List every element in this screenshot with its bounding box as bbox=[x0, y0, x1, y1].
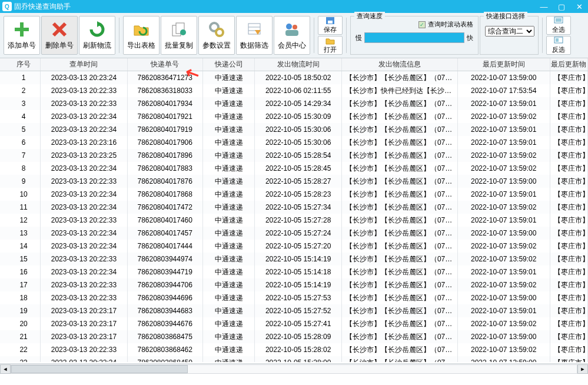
cell-seq: 9 bbox=[7, 175, 41, 188]
cell-seq: 5 bbox=[7, 123, 41, 136]
table-row[interactable]: 92023-03-13 20:22:3378620804017876中通速递20… bbox=[0, 175, 588, 188]
table-row[interactable]: 152023-03-13 20:22:3378620803944974中通速递2… bbox=[0, 253, 588, 265]
cell-last: 【枣庄市】忄 bbox=[550, 175, 588, 188]
col-header[interactable]: 发出物流时间 bbox=[255, 58, 342, 71]
scroll-left-button[interactable]: ◄ bbox=[0, 364, 11, 374]
cell-query-time: 2023-03-13 20:22:33 bbox=[41, 278, 128, 291]
titlebar: Q 固乔快递查询助手 — ▢ ✕ bbox=[0, 0, 588, 13]
close-button[interactable]: ✕ bbox=[570, 0, 588, 13]
invert-selection-button[interactable]: 反选 bbox=[546, 36, 571, 55]
table-row[interactable]: 172023-03-13 20:22:3378620803944706中通速递2… bbox=[0, 278, 588, 291]
cell-seq: 1 bbox=[7, 71, 41, 84]
col-header[interactable]: 快递公司 bbox=[203, 58, 255, 71]
cell-update-time: 2022-10-07 13:59:01 bbox=[458, 265, 550, 278]
cell-ship-info: 【长沙市】【长沙岳麓区】（07… bbox=[342, 278, 458, 291]
minimize-button[interactable]: — bbox=[535, 0, 553, 13]
cell-query-time: 2023-03-13 20:22:33 bbox=[41, 343, 128, 356]
delete-button[interactable]: 删除单号 bbox=[41, 16, 78, 55]
table-row[interactable]: 52023-03-13 20:22:3478620804017919中通速递20… bbox=[0, 123, 588, 136]
col-header[interactable]: 发出物流信息 bbox=[342, 58, 458, 71]
select-all-button[interactable]: 全选 bbox=[546, 16, 571, 35]
table-row[interactable]: 232023-03-13 20:22:3478620803868450中通速递2… bbox=[0, 356, 588, 362]
scroll-track[interactable] bbox=[11, 364, 577, 374]
select-all-icon bbox=[554, 16, 563, 25]
cell-ship-info: 【长沙市】【长沙岳麓区】（07… bbox=[342, 149, 458, 162]
member-button[interactable]: 会员中心 bbox=[274, 16, 310, 55]
open-button[interactable]: 打开 bbox=[318, 36, 343, 55]
copy-button[interactable]: 批量复制 bbox=[161, 16, 197, 55]
table-row[interactable]: 182023-03-13 20:22:3378620803944696中通速递2… bbox=[0, 291, 588, 304]
svg-rect-18 bbox=[328, 21, 333, 24]
gear-icon bbox=[208, 21, 225, 38]
scroll-thumb[interactable] bbox=[11, 365, 188, 373]
cell-query-time: 2023-03-13 20:22:34 bbox=[41, 123, 128, 136]
table-row[interactable]: 82023-03-13 20:22:3478620804017883中通速递20… bbox=[0, 162, 588, 175]
cell-query-time: 2023-03-13 20:23:17 bbox=[41, 330, 128, 343]
x-icon bbox=[51, 21, 68, 38]
col-header[interactable]: 序号 bbox=[7, 58, 41, 71]
table-row[interactable]: 142023-03-13 20:22:3478620804017444中通速递2… bbox=[0, 240, 588, 253]
table-row[interactable]: 22023-03-13 20:22:3378620836318033中通速递20… bbox=[0, 84, 588, 97]
table-row[interactable]: 62023-03-13 20:23:1678620804017906中通速递20… bbox=[0, 136, 588, 149]
cell-ship-info: 【长沙市】【长沙岳麓区】（07… bbox=[342, 304, 458, 317]
speed-slider[interactable] bbox=[364, 32, 464, 43]
scroll-checkbox[interactable]: ✓ bbox=[418, 21, 426, 28]
copy-icon bbox=[170, 21, 188, 38]
cell-company: 中通速递 bbox=[203, 240, 255, 253]
cell-tracking-no: 78620803944696 bbox=[128, 291, 203, 304]
interface-select[interactable]: 综合查询二 bbox=[485, 26, 534, 36]
cell-ship-time: 2022-10-05 15:30:09 bbox=[255, 110, 342, 123]
table-row[interactable]: 42023-03-13 20:22:3478620804017921中通速递20… bbox=[0, 110, 588, 123]
save-button[interactable]: 保存 bbox=[318, 16, 343, 35]
export-button[interactable]: 导出表格 bbox=[123, 16, 160, 55]
cell-last: 【枣庄市】忄 bbox=[550, 97, 588, 110]
interface-group: 快递接口选择 综合查询二 bbox=[480, 16, 539, 55]
maximize-button[interactable]: ▢ bbox=[553, 0, 570, 13]
cell-company: 中通速递 bbox=[203, 175, 255, 188]
cell-ship-time: 2022-10-05 15:14:18 bbox=[255, 265, 342, 278]
table-row[interactable]: 72023-03-13 20:23:2578620804017896中通速递20… bbox=[0, 149, 588, 162]
refresh-button[interactable]: 刷新物流 bbox=[79, 16, 115, 55]
table-row[interactable]: 112023-03-13 20:22:3478620804017472中通速递2… bbox=[0, 201, 588, 214]
cell-ship-time: 2022-10-05 15:30:06 bbox=[255, 123, 342, 136]
col-header[interactable]: 最后更新时间 bbox=[458, 58, 550, 71]
table-row[interactable]: 222023-03-13 20:22:3378620803868462中通速递2… bbox=[0, 343, 588, 356]
cell-ship-time: 2022-10-05 15:27:24 bbox=[255, 227, 342, 240]
horizontal-scrollbar[interactable]: ◄ ► bbox=[0, 363, 588, 374]
cell-tracking-no: 78620836471273 bbox=[128, 71, 203, 84]
cell-last: 【枣庄市】忄 bbox=[550, 214, 588, 227]
table-row[interactable]: 12023-03-13 20:23:2478620836471273中通速递20… bbox=[0, 71, 588, 84]
table-row[interactable]: 192023-03-13 20:23:1778620803944683中通速递2… bbox=[0, 304, 588, 317]
svg-point-14 bbox=[286, 24, 292, 29]
table-row[interactable]: 132023-03-13 20:22:3478620804017457中通速递2… bbox=[0, 227, 588, 240]
cell-ship-info: 【长沙市】快件已经到达【长沙… bbox=[342, 84, 458, 97]
table-row[interactable]: 122023-03-13 20:22:3378620804017460中通速递2… bbox=[0, 214, 588, 227]
col-header[interactable]: 最后更新物 bbox=[550, 58, 588, 71]
cell-ship-info: 【长沙市】【长沙岳麓区】（07… bbox=[342, 343, 458, 356]
cell-query-time: 2023-03-13 20:22:34 bbox=[41, 356, 128, 362]
table-row[interactable]: 32023-03-13 20:22:3378620804017934中通速递20… bbox=[0, 97, 588, 110]
table-row[interactable]: 212023-03-13 20:23:1778620803868475中通速递2… bbox=[0, 330, 588, 343]
scroll-right-button[interactable]: ► bbox=[577, 364, 588, 374]
cell-tracking-no: 78620803944706 bbox=[128, 278, 203, 291]
add-button[interactable]: 添加单号 bbox=[4, 16, 40, 55]
cell-seq: 4 bbox=[7, 110, 41, 123]
filter-button[interactable]: 数据筛选 bbox=[236, 16, 273, 55]
settings-button[interactable]: 参数设置 bbox=[198, 16, 235, 55]
table-row[interactable]: 162023-03-13 20:22:3478620803944719中通速递2… bbox=[0, 265, 588, 278]
cell-ship-time: 2022-10-05 15:28:00 bbox=[255, 356, 342, 362]
cell-ship-time: 2022-10-05 18:50:02 bbox=[255, 71, 342, 84]
cell-last: 【枣庄市】忄 bbox=[550, 356, 588, 362]
col-header[interactable]: 查单时间 bbox=[41, 58, 128, 71]
cell-company: 中通速递 bbox=[203, 291, 255, 304]
cell-company: 中通速递 bbox=[203, 71, 255, 84]
table-row[interactable]: 102023-03-13 20:22:3478620804017868中通速递2… bbox=[0, 188, 588, 201]
cell-query-time: 2023-03-13 20:22:33 bbox=[41, 253, 128, 265]
cell-tracking-no: 78620804017883 bbox=[128, 162, 203, 175]
folder-open-icon bbox=[325, 36, 335, 45]
col-header[interactable]: 快递单号 bbox=[128, 58, 203, 71]
cell-query-time: 2023-03-13 20:23:16 bbox=[41, 136, 128, 149]
cell-last: 【枣庄市】忄 bbox=[550, 291, 588, 304]
cell-tracking-no: 78620803944719 bbox=[128, 265, 203, 278]
table-row[interactable]: 202023-03-13 20:23:1778620803944676中通速递2… bbox=[0, 317, 588, 330]
